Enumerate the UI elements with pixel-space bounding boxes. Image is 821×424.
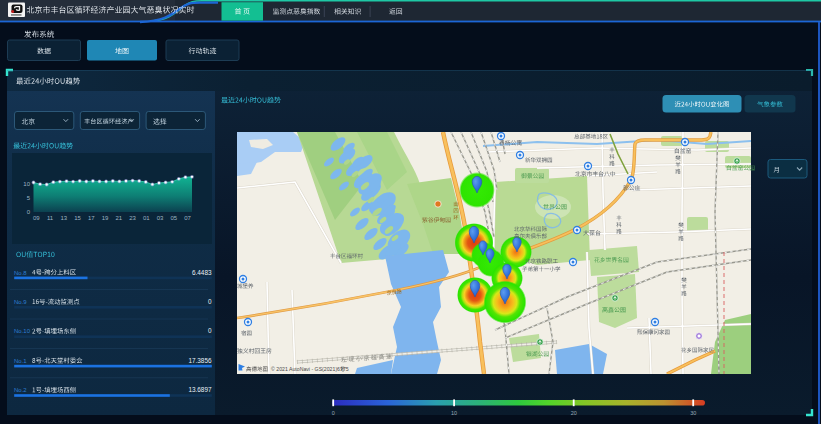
svg-text:11: 11 bbox=[47, 215, 54, 221]
svg-text:6.4483: 6.4483 bbox=[192, 269, 212, 276]
svg-text:01: 01 bbox=[143, 215, 150, 221]
svg-text:23: 23 bbox=[129, 215, 136, 221]
svg-text:10: 10 bbox=[451, 410, 457, 416]
svg-text:10: 10 bbox=[23, 181, 30, 187]
svg-text:07: 07 bbox=[184, 215, 191, 221]
svg-text:No.9: No.9 bbox=[14, 299, 27, 305]
svg-text:No.2: No.2 bbox=[14, 387, 27, 393]
svg-text:20: 20 bbox=[571, 410, 577, 416]
svg-text:15: 15 bbox=[74, 215, 81, 221]
svg-text:No.8: No.8 bbox=[14, 270, 27, 276]
svg-text:09: 09 bbox=[33, 215, 40, 221]
svg-text:0: 0 bbox=[332, 410, 335, 416]
svg-text:No.10: No.10 bbox=[14, 328, 31, 334]
svg-text:17: 17 bbox=[88, 215, 95, 221]
svg-text:0: 0 bbox=[208, 298, 212, 305]
svg-text:03: 03 bbox=[157, 215, 164, 221]
svg-text:13.6897: 13.6897 bbox=[188, 386, 212, 393]
svg-text:30: 30 bbox=[690, 410, 696, 416]
svg-text:17.3856: 17.3856 bbox=[188, 357, 212, 364]
svg-text:05: 05 bbox=[170, 215, 177, 221]
svg-text:19: 19 bbox=[102, 215, 109, 221]
svg-text:21: 21 bbox=[115, 215, 122, 221]
svg-text:0: 0 bbox=[208, 327, 212, 334]
svg-text:© 2021 AutoNavi - GS(2021)6375: © 2021 AutoNavi - GS(2021)6375 bbox=[271, 366, 349, 372]
svg-text:13: 13 bbox=[60, 215, 67, 221]
svg-text:No.1: No.1 bbox=[14, 358, 27, 364]
